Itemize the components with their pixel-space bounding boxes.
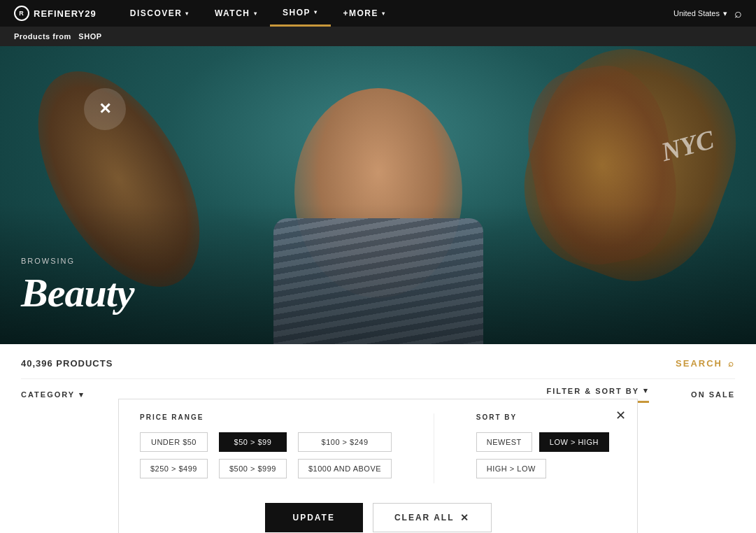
filter-panel: ✕ PRICE RANGE UNDER $50 $50 > $99 $100 >… xyxy=(118,399,638,403)
search-button[interactable]: SEARCH ⌕ xyxy=(676,358,735,369)
logo-text: REFINERY29 xyxy=(34,8,97,19)
nav-discover[interactable]: DISCOVER ▾ xyxy=(117,0,202,27)
breadcrumb-section[interactable]: SHOP xyxy=(78,32,101,41)
navigation: R REFINERY29 DISCOVER ▾ WATCH ▾ SHOP ▾ +… xyxy=(0,0,756,27)
products-count: 40,396 PRODUCTS xyxy=(21,358,113,369)
category-label: CATEGORY xyxy=(21,390,75,399)
nav-shop[interactable]: SHOP ▾ xyxy=(270,0,331,27)
hero-banner: ✕ NYC BROWSING Beauty xyxy=(0,46,756,344)
hero-browsing-label: BROWSING xyxy=(21,257,134,265)
nav-more-label: +MORE xyxy=(343,8,379,18)
products-header: 40,396 PRODUCTS SEARCH ⌕ xyxy=(21,358,735,369)
chevron-down-icon: ▾ xyxy=(314,9,318,15)
breadcrumb: Products from SHOP xyxy=(0,27,756,46)
nav-watch[interactable]: WATCH ▾ xyxy=(202,0,270,27)
search-label: SEARCH xyxy=(676,358,722,369)
chevron-down-icon: ▾ xyxy=(723,9,727,18)
chevron-down-icon: ▾ xyxy=(79,390,85,399)
nav-links: DISCOVER ▾ WATCH ▾ SHOP ▾ +MORE ▾ xyxy=(117,0,673,27)
region-label: United States xyxy=(673,9,720,17)
on-sale-filter[interactable]: ON SALE xyxy=(691,390,735,399)
on-sale-label: ON SALE xyxy=(691,390,735,399)
nav-right: United States ▾ ⌕ xyxy=(673,6,742,21)
nav-discover-label: DISCOVER xyxy=(130,8,183,18)
breadcrumb-prefix: Products from xyxy=(14,32,71,41)
chevron-down-icon: ▾ xyxy=(382,10,386,17)
hero-title: Beauty xyxy=(21,269,134,316)
logo-icon: R xyxy=(14,6,29,21)
chevron-down-icon: ▾ xyxy=(254,10,258,17)
logo[interactable]: R REFINERY29 xyxy=(14,6,97,21)
chevron-down-icon: ▾ xyxy=(185,10,190,17)
search-icon: ⌕ xyxy=(728,358,735,369)
category-filter[interactable]: CATEGORY ▾ xyxy=(21,390,85,399)
nav-watch-label: WATCH xyxy=(215,8,250,18)
chevron-down-icon: ▾ xyxy=(643,386,649,395)
hero-text-area: BROWSING Beauty xyxy=(0,257,134,344)
products-area: 40,396 PRODUCTS SEARCH ⌕ CATEGORY ▾ FILT… xyxy=(0,344,756,403)
sort-label: FILTER & SORT BY xyxy=(546,387,639,395)
nav-search-icon[interactable]: ⌕ xyxy=(734,6,742,21)
region-selector[interactable]: United States ▾ xyxy=(673,9,727,18)
nav-more[interactable]: +MORE ▾ xyxy=(331,0,399,27)
nav-shop-label: SHOP xyxy=(283,8,311,17)
hero-badge-text: ✕ xyxy=(99,100,111,118)
hero-brand-badge: ✕ xyxy=(84,88,126,130)
